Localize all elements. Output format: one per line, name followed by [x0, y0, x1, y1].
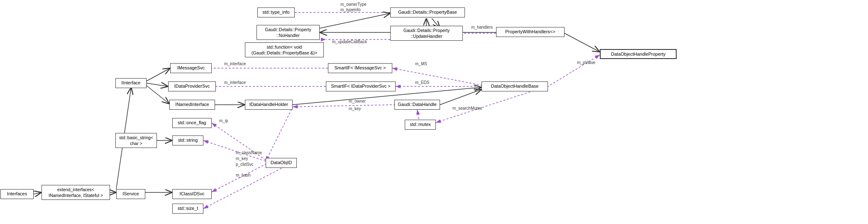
svg-line-27 [320, 13, 390, 28]
node-gaudi-details-property-updatehandler: Gaudi::Details::Property::UpdateHandler [390, 26, 463, 41]
node-propertywithhandlers: PropertyWithHandlers<> [496, 27, 565, 37]
diagram-container: Interfaces extend_interfaces<INamedInter… [0, 0, 868, 224]
label-m-interface-2: m_interface [224, 80, 246, 85]
node-imessagesvc: IMessageSvc [170, 63, 212, 73]
svg-line-16 [266, 107, 293, 161]
svg-line-8 [147, 86, 169, 104]
node-dataobjid: DataObjID [266, 158, 297, 168]
svg-line-19 [392, 68, 482, 85]
svg-line-6 [147, 68, 170, 81]
label-m-updatecallback: m_updateCallBack [332, 39, 367, 44]
label-m-ip: m_ip [219, 118, 228, 123]
svg-line-24 [417, 110, 419, 121]
label-m-interface-1: m_interface [224, 62, 246, 66]
label-m-key2: m_key [236, 156, 248, 161]
label-m-hash: m_hash [236, 173, 251, 177]
svg-line-33 [548, 55, 600, 86]
node-idataprovidersvc: IDataProviderSvc [168, 81, 216, 91]
label-m-ms: m_MS [415, 62, 427, 66]
label-m-handlers: m_handlers [471, 25, 493, 30]
node-std-basic-string: std::basic_string<char > [115, 133, 157, 148]
node-std-function: std::function< void(Gaudi::Details::Prop… [245, 42, 324, 57]
node-smartif-idataprovidersvc: SmartIF< IDataProviderSvc > [326, 81, 396, 91]
label-m-key: m_key [349, 106, 361, 111]
node-gaudi-datahandle: Gaudi::DataHandle [394, 100, 440, 110]
node-std-once-flag: std::once_flag [172, 118, 212, 128]
node-inamedinterface: INamedInterface [169, 100, 215, 110]
node-iservice: IService [116, 189, 145, 199]
node-extend-interfaces: extend_interfaces<INamedInterface, IStat… [42, 185, 110, 200]
node-std-size-t: std::size_t [172, 204, 203, 214]
svg-line-23 [436, 91, 531, 123]
node-gaudi-details-property-nohandler: Gaudi::Details::Property::NoHandler [257, 25, 320, 40]
node-iinterface: IInterface [115, 78, 147, 88]
node-smartif-imessagesvc: SmartIF< IMessageSvc > [328, 63, 392, 73]
node-iclassidsvc: IClassIDSvc [172, 189, 212, 199]
label-m-pvalue: m_pValue [577, 60, 595, 65]
svg-line-7 [147, 83, 168, 86]
label-m-eds: m_EDS [415, 80, 429, 85]
node-dataobjecthandlebase: DataObjectHandleBase [482, 81, 548, 91]
svg-line-3 [34, 192, 42, 194]
svg-line-12 [212, 164, 266, 192]
label-m-ownertype: m_ownerType [340, 2, 367, 7]
label-p-clidsvc: p_clidSvc [236, 162, 254, 167]
node-std-type-info: std::type_info [257, 7, 295, 17]
svg-line-22 [440, 89, 482, 105]
node-dataobjecthandleproperty: DataObjectHandleProperty [600, 49, 677, 59]
label-m-classname: m_className [236, 150, 262, 155]
label-m-typeinfo: m_typeinfo [340, 7, 361, 12]
node-idatahandleholder: IDataHandleHolder [245, 100, 293, 110]
svg-line-32 [565, 33, 600, 52]
node-std-string: std::string [172, 135, 203, 145]
label-m-searchmutex: m_searchMutex [452, 106, 482, 111]
node-gaudi-details-propertybase: Gaudi::Details::PropertyBase [390, 7, 465, 17]
label-m-owner: m_owner [349, 99, 366, 103]
node-interfaces: Interfaces [0, 189, 34, 199]
node-std-mutex: std::mutex [405, 120, 436, 130]
svg-line-25 [293, 105, 394, 107]
